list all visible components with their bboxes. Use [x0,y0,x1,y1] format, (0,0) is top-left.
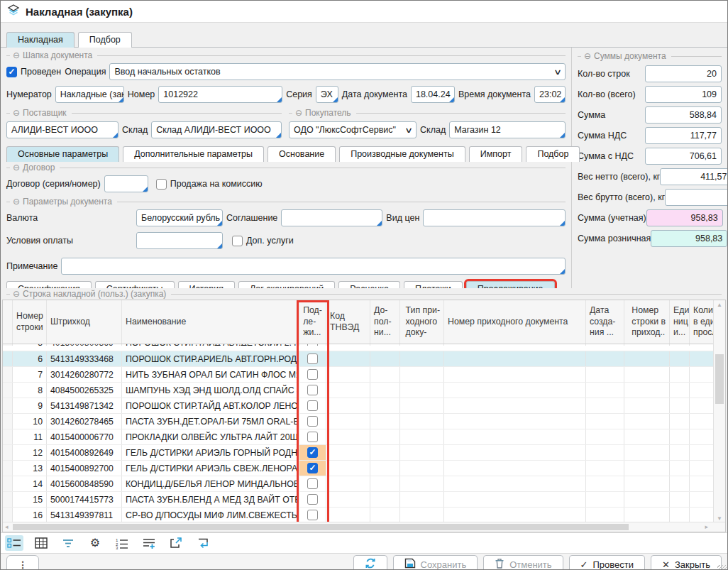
collapse-icon[interactable]: ⊖ [13,109,20,117]
currency-input[interactable]: Белорусский рубль [136,209,223,226]
row-traceable-checkbox[interactable] [307,400,318,411]
row-traceable-checkbox[interactable] [307,416,318,427]
col-header-name[interactable]: Наименование [122,300,299,344]
collapse-icon[interactable]: ⊖ [13,197,20,206]
extra-services-checkbox[interactable] [232,236,243,246]
collapse-icon[interactable]: ⊖ [13,51,20,60]
col-header-line-number[interactable]: Номер строки [13,300,47,344]
scroll-right-icon[interactable]: ▸ [705,522,708,532]
col-header-income-line-number[interactable]: Номер строки в приход.. [624,300,670,344]
table-row[interactable]: 54015000800369ПОРОШОК СТИР.ТАЙД АВТ.ДЕТС… [3,344,725,351]
add-lines-icon[interactable] [140,535,158,551]
menu-button[interactable]: ⋮ [6,555,39,570]
tab-Накладная[interactable]: Накладная [6,32,75,48]
number-input[interactable]: 1012922 [158,86,282,103]
reload-lines-icon[interactable] [194,535,212,551]
doc-time-input[interactable]: 23:02 [534,86,566,103]
sums-value[interactable]: 588,84 [645,106,722,124]
scroll-left-icon[interactable]: ◂ [5,522,9,532]
row-traceable-checkbox[interactable] [307,344,318,346]
open-external-icon[interactable] [167,535,185,551]
row-traceable-checkbox[interactable] [307,494,318,505]
scroll-down-icon[interactable]: ▼ [714,515,725,522]
trash-button[interactable]: Отменить [483,555,563,570]
row-traceable-checkbox[interactable] [307,510,318,520]
row-traceable-checkbox[interactable] [307,353,318,364]
table-row[interactable]: 114015400006770ПРОКЛАДКИ ОЛВЕЙС УЛЬТРА Л… [3,429,725,445]
table-row[interactable]: 65413149333468ПОРОШОК СТИР.АРИЕЛЬ АВТ.ГО… [3,351,725,367]
horizontal-scrollbar[interactable]: ◂ ▸ [3,522,725,532]
col-header-units[interactable]: Еди ниц и... [670,300,690,344]
commission-checkbox[interactable] [156,179,167,190]
check-button[interactable]: ✓Провести [569,555,645,570]
buyer-select[interactable]: ОДО "ЛюксСофтСервис" ∨ [289,121,417,138]
table-row[interactable]: 124015400892649ГЕЛЬ Д/СТИРКИ АРИЭЛЬ ГОРН… [3,445,725,461]
row-traceable-checkbox[interactable] [307,463,318,473]
col-header-barcode[interactable]: Штрихкод [47,300,122,344]
proveden-checkbox[interactable] [6,67,17,77]
table-row[interactable]: 144015600848590КОНДИЦ.Д/БЕЛЬЯ ЛЕНОР МИНД… [3,476,725,492]
tab-Платежи[interactable]: Платежи [404,281,463,288]
close-button[interactable]: ✕Закрыть [651,555,722,570]
numerator-input[interactable]: Накладные (заку [55,86,124,103]
filter-icon[interactable] [59,535,77,551]
tab-Прослеживание[interactable]: Прослеживание [466,281,555,288]
row-traceable-checkbox[interactable] [307,385,318,395]
tab-Подбор[interactable]: Подбор [526,146,580,162]
sums-value[interactable]: 109 [645,86,722,103]
sums-value[interactable]: 958,83 [646,209,723,226]
tab-Импорт[interactable]: Импорт [469,146,523,162]
table-row[interactable]: 73014260280772НИТЬ ЗУБНАЯ ОРАЛ БИ САТИН … [3,367,725,383]
tab-Основные параметры[interactable]: Основные параметры [6,146,119,162]
tab-Подбор[interactable]: Подбор [78,32,132,48]
agreement-input[interactable] [281,209,382,226]
vertical-scrollbar[interactable]: ▲ ▼ [713,300,725,523]
sums-value[interactable] [665,189,727,206]
table-row[interactable]: 155000174415773ПАСТА ЗУБН.БЛЕНД А МЕД ЗД… [3,492,725,508]
grid-view-icon[interactable] [32,535,50,551]
detail-view-icon[interactable] [5,535,23,551]
col-header-traceable[interactable]: Под- ле- жи... [299,300,326,344]
vertical-scroll-thumb[interactable] [715,354,724,404]
dogovor-number-input[interactable] [104,175,148,192]
sums-value[interactable]: 706,61 [645,148,722,165]
payment-terms-input[interactable] [136,232,223,249]
sums-value[interactable]: 20 [645,65,722,82]
table-row[interactable]: 165413149397811СР-ВО Д/ПОСУДЫ МИФ ЛИМ.СВ… [3,508,725,523]
collapse-icon[interactable]: ⊖ [13,163,20,172]
tab-Расценка[interactable]: Расценка [338,281,400,288]
collapse-icon[interactable]: ⊖ [584,52,591,60]
tab-История[interactable]: История [178,281,235,288]
numbered-list-icon[interactable]: 123 [113,535,131,551]
doc-date-input[interactable]: 18.04.24 [411,86,455,103]
col-header-additional[interactable]: До- пол- ни... [370,300,400,344]
collapse-icon[interactable]: ⊖ [295,109,302,117]
row-traceable-checkbox[interactable] [307,369,318,380]
col-header-income-doc-number[interactable]: Номер приходного документа [444,300,586,344]
table-row[interactable]: 95413149871342ПОРОШОК СТИР.ТАЙД АВТ.КОЛО… [3,398,725,414]
save-button[interactable]: Сохранить [393,555,478,570]
scroll-up-icon[interactable]: ▲ [714,302,725,308]
col-header-income-doc-type[interactable]: Тип при- ходного доку- [400,300,444,344]
tab-Спецификация[interactable]: Спецификация [6,281,92,288]
price-type-input[interactable] [423,209,566,226]
operation-select[interactable]: Ввод начальных остатков ∨ [109,63,566,80]
row-traceable-checkbox[interactable] [307,432,318,442]
sums-value[interactable]: 117,77 [645,127,722,144]
col-header-creation-date[interactable]: Дата созда- ния ... [586,300,624,344]
tab-Основание[interactable]: Основание [268,146,336,162]
refresh-button[interactable] [353,555,387,570]
horizontal-scroll-thumb[interactable] [13,524,629,530]
note-input[interactable] [61,258,566,275]
sums-value[interactable]: 411,575 [660,168,727,185]
buyer-sklad-input[interactable]: Магазин 12 [449,121,566,138]
supplier-input[interactable]: АЛИДИ-ВЕСТ ИООО [6,121,118,138]
tab-Лог сканирований[interactable]: Лог сканирований [238,281,335,288]
col-header-indicator[interactable] [3,300,13,344]
table-row[interactable]: 84084500265325ШАМПУНЬ ХЭД ЭНД ШОЛД.ОЛД С… [3,383,725,398]
table-row[interactable]: 103014260278465ПАСТА ЗУБН.ДЕТ.ОРАЛ-БИ 75… [3,414,725,429]
tab-Дополнительные параметры[interactable]: Дополнительные параметры [123,146,264,162]
row-traceable-checkbox[interactable] [307,478,318,489]
table-row[interactable]: 134015400892700ГЕЛЬ Д/СТИРКИ АРИЭЛЬ СВЕЖ… [3,461,725,476]
tab-Производные документы[interactable]: Производные документы [339,146,465,162]
